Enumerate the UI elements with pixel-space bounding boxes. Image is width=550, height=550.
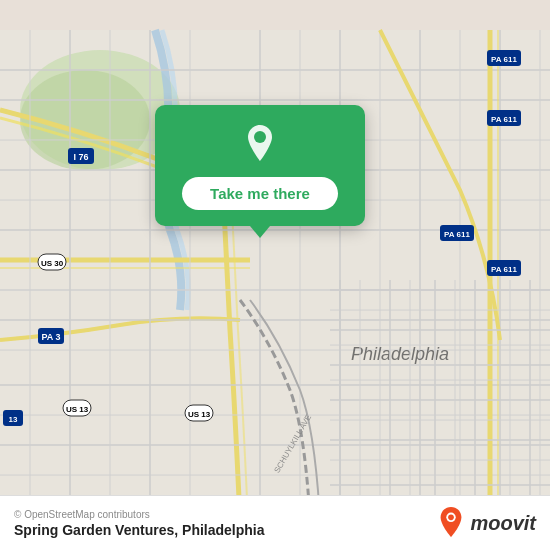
- bottom-bar-left: © OpenStreetMap contributors Spring Gard…: [14, 509, 265, 538]
- svg-text:PA 611: PA 611: [491, 265, 517, 274]
- take-me-there-button[interactable]: Take me there: [182, 177, 338, 210]
- map-container: I 76 US 13 US 30 PA 3 US 13 US 13 13 PA …: [0, 0, 550, 550]
- location-pin-icon: [238, 123, 282, 167]
- location-name: Spring Garden Ventures, Philadelphia: [14, 522, 265, 538]
- svg-text:PA 611: PA 611: [491, 115, 517, 124]
- svg-text:PA 611: PA 611: [444, 230, 470, 239]
- svg-text:PA 3: PA 3: [41, 332, 60, 342]
- svg-text:US 13: US 13: [188, 410, 211, 419]
- svg-text:US 30: US 30: [41, 259, 64, 268]
- tooltip-card: Take me there: [155, 105, 365, 226]
- map-attribution: © OpenStreetMap contributors: [14, 509, 265, 520]
- map-background: I 76 US 13 US 30 PA 3 US 13 US 13 13 PA …: [0, 0, 550, 550]
- svg-point-77: [449, 515, 455, 521]
- svg-text:I 76: I 76: [73, 152, 88, 162]
- moovit-pin-icon: [437, 506, 465, 540]
- svg-text:US 13: US 13: [66, 405, 89, 414]
- bottom-bar: © OpenStreetMap contributors Spring Gard…: [0, 495, 550, 550]
- svg-text:13: 13: [9, 415, 18, 424]
- moovit-logo: moovit: [437, 506, 536, 540]
- svg-point-75: [254, 131, 266, 143]
- svg-text:PA 611: PA 611: [491, 55, 517, 64]
- moovit-brand-text: moovit: [470, 512, 536, 535]
